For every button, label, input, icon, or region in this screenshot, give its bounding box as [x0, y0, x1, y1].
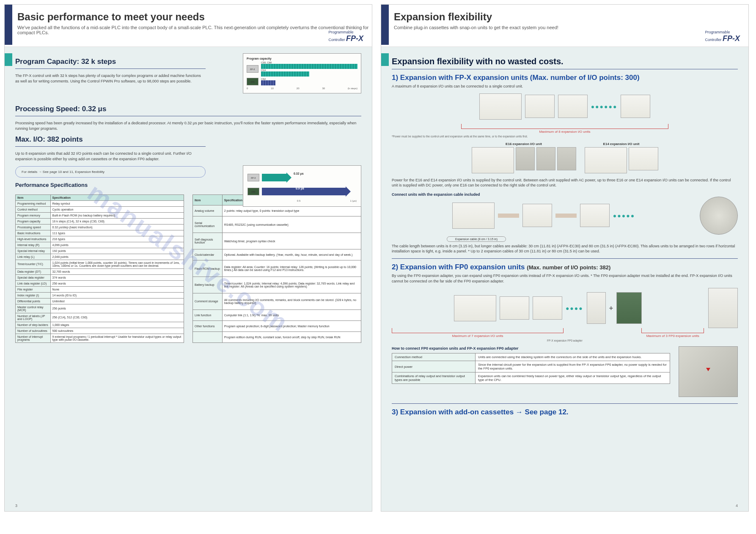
- td: 192 points: [50, 248, 184, 254]
- td: Units are connected using the stacking s…: [476, 353, 670, 361]
- spec-table-1: ItemSpecification Programming methodRela…: [15, 194, 184, 343]
- td: Index register (I): [16, 292, 51, 298]
- note: *Power must be supplied to the control u…: [392, 135, 738, 138]
- sec2-title-text: 2) Expansion with FP0 expansion units: [392, 263, 525, 271]
- td: Data register (DT): [16, 268, 51, 274]
- bracket: [641, 328, 704, 333]
- bracket-label: Maximum of 8 expansion I/O units: [461, 130, 669, 134]
- td: Internal relay (R): [16, 242, 51, 248]
- td: Since the internal circuit power for the…: [476, 361, 670, 372]
- td: RS485, RS232C (using communication casse…: [222, 216, 361, 233]
- bracket-label: Maximum of 7 expansion I/O units: [392, 334, 564, 338]
- td: Optional. Available with backup battery.…: [222, 249, 361, 260]
- td: Analog volume: [193, 205, 223, 216]
- td: 374 words: [50, 274, 184, 280]
- dots-icon: ●●●●●: [613, 212, 635, 219]
- section-speed-title: Processing Speed: 0.32 μs: [15, 105, 361, 113]
- td: 216 types: [50, 236, 184, 242]
- tick: 0: [247, 87, 248, 90]
- divider: [15, 116, 361, 116]
- fp0-unit-image: [616, 292, 642, 324]
- fp0-adapter-hero-image: [708, 288, 738, 328]
- arrow-row: FP0 0.9 μs: [247, 185, 357, 198]
- td: 32,765 words: [50, 268, 184, 274]
- note-box: For details → See page 10 and 11, Expans…: [15, 166, 206, 178]
- arrow-down-icon: [706, 368, 710, 371]
- brand-logo: Programmable Controller FP-X: [705, 30, 740, 43]
- cable-image: [555, 214, 577, 218]
- expansion-unit-image: [558, 95, 588, 118]
- td: 16 k steps (C14), 32 k steps (C30, C60): [50, 218, 184, 224]
- td: 0.32 μs/step (basic instruction): [50, 224, 184, 230]
- cable-label: Expansion cable (8 cm / 3.15 in): [447, 236, 506, 242]
- expansion-unit-image: [525, 95, 555, 118]
- tick: 20: [297, 87, 300, 90]
- td: Number of subroutines: [16, 328, 51, 334]
- super-title: Expansion flexibility with no wasted cos…: [392, 57, 738, 66]
- td: Data register: All area; Counter: 16 poi…: [222, 260, 361, 277]
- divider: [15, 68, 206, 69]
- brand-logo: Programmable Controller FP-X: [328, 30, 363, 43]
- td: 9 external input programs / 1 periodical…: [50, 334, 184, 342]
- td: Program edition during RUN, constant sca…: [222, 331, 361, 342]
- td: Combinations of relay output and transis…: [392, 372, 476, 384]
- bracket: [461, 124, 669, 129]
- td: Program capacity: [16, 218, 51, 224]
- brand-pre: Programmable: [328, 30, 353, 34]
- bracket: [392, 328, 564, 333]
- device-thumb: FP-X: [247, 174, 259, 181]
- header: Basic performance to meet your needs We'…: [5, 5, 372, 47]
- td: Connection method: [392, 353, 476, 361]
- td: All comments including I/O comments, rem…: [222, 293, 361, 309]
- page-subtitle: We've packed all the functions of a mid-…: [17, 25, 372, 35]
- bar-label: C32: [261, 78, 357, 80]
- bar: [261, 80, 275, 85]
- divider: [392, 403, 738, 404]
- td: Differential points: [16, 298, 51, 304]
- chart-axis: 0 10 20 30 (k steps): [247, 87, 357, 90]
- control-unit-image: [452, 203, 495, 229]
- td: Flash ROM backup: [193, 260, 223, 277]
- e16-unit-image: [557, 147, 576, 170]
- td: Direct power: [392, 361, 476, 372]
- td: Number of interrupt programs: [16, 334, 51, 342]
- connect-section: How to connect FP0 expansion units and F…: [392, 346, 738, 397]
- adapter-label: FP-X expansion FP0 adapter: [392, 339, 738, 342]
- tick: 10: [271, 87, 274, 90]
- page-number: 3: [15, 504, 17, 508]
- tick: 1 (μs): [350, 200, 357, 202]
- page-subtitle: Combine plug-in cassettes with snap-on u…: [394, 25, 558, 30]
- connect-table: Connection methodUnits are connected usi…: [392, 353, 670, 384]
- sec1-title: 1) Expansion with FP-X expansion units (…: [392, 74, 738, 82]
- sec3-title: 3) Expansion with add-on cassettes → See…: [392, 408, 738, 416]
- tables: ItemSpecification Programming methodRela…: [15, 194, 361, 343]
- header: Expansion flexibility Combine plug-in ca…: [381, 5, 748, 47]
- td: None: [50, 286, 184, 292]
- spec-table-2: ItemSpecification Analog volume2 points:…: [192, 194, 361, 343]
- arrow: [262, 174, 287, 181]
- td: Special data register: [16, 274, 51, 280]
- brand-name: FP-X: [346, 34, 363, 43]
- sec1b-body: Power for the E16 and E14 expansion I/O …: [392, 178, 738, 188]
- td: Control method: [16, 206, 51, 212]
- td: Link function: [193, 309, 223, 320]
- arrow: [262, 188, 346, 195]
- divider: [392, 258, 738, 259]
- note-text: For details → See page 10 and 11, Expans…: [22, 170, 104, 174]
- plus-icon: +: [609, 304, 613, 312]
- td: 256 points: [50, 304, 184, 313]
- td: Timer/counter (T/C): [16, 260, 51, 268]
- td: Link relay (L): [16, 254, 51, 260]
- td: 4,096 points: [50, 242, 184, 248]
- td: Cyclic operation: [50, 206, 184, 212]
- stacking-photo: [679, 346, 738, 397]
- control-unit-image: [585, 147, 627, 173]
- expansion-unit-image: [580, 204, 610, 227]
- expansion-unit-image: [533, 296, 562, 320]
- td: 111 types: [50, 230, 184, 236]
- td: Built-in Flash ROM (no backup battery re…: [50, 212, 184, 218]
- chart-axis: 0.5 1 (μs): [247, 200, 357, 202]
- td: 1,024 points (initial timer 1,008 points…: [50, 260, 184, 268]
- sec1c-title: Connect units with the expansion cable i…: [392, 192, 738, 197]
- e14-unit-image: [629, 147, 658, 170]
